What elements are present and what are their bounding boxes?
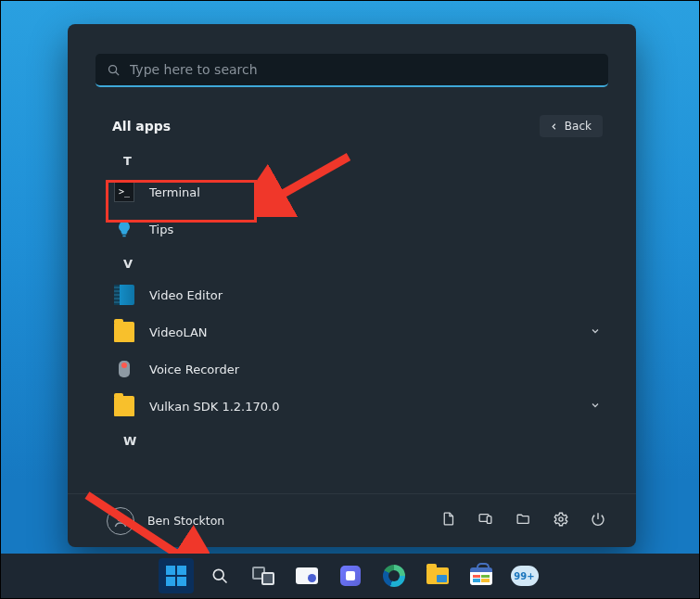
taskbar-search-button[interactable]: [202, 558, 237, 593]
start-menu-panel: All apps Back T >_ Terminal Tips V Video…: [68, 24, 636, 547]
microsoft-store-icon: [470, 567, 492, 585]
apps-list: T >_ Terminal Tips V Video Editor VideoL…: [68, 145, 636, 493]
chevron-down-icon[interactable]: [590, 325, 627, 339]
microsoft-store-button[interactable]: [464, 558, 499, 593]
chevron-down-icon[interactable]: [590, 399, 627, 414]
file-explorer-button[interactable]: [420, 558, 455, 593]
folder-icon: [114, 396, 134, 416]
voice-recorder-icon: [114, 359, 134, 379]
app-label: Terminal: [149, 185, 627, 199]
tips-icon: [114, 219, 134, 239]
svg-line-9: [222, 579, 226, 583]
mail-button[interactable]: 99+: [507, 558, 542, 593]
user-account-button[interactable]: Ben Stockton: [107, 507, 224, 535]
back-button[interactable]: Back: [540, 115, 603, 137]
start-footer: Ben Stockton: [68, 493, 636, 547]
avatar-icon: [107, 507, 134, 535]
search-box[interactable]: [95, 54, 608, 87]
section-letter-w[interactable]: W: [95, 425, 627, 453]
section-letter-t[interactable]: T: [95, 145, 627, 173]
whiteboard-button[interactable]: [289, 558, 325, 593]
app-terminal[interactable]: >_ Terminal: [95, 173, 627, 210]
section-letter-v[interactable]: V: [95, 248, 627, 276]
app-voice-recorder[interactable]: Voice Recorder: [95, 350, 627, 388]
user-name: Ben Stockton: [147, 514, 224, 528]
chat-icon: [340, 566, 361, 586]
svg-point-2: [118, 516, 123, 521]
documents-icon[interactable]: [440, 511, 456, 530]
settings-icon[interactable]: [553, 511, 569, 531]
terminal-icon: >_: [114, 182, 134, 202]
pictures-folder-icon[interactable]: [515, 511, 532, 530]
app-label: Voice Recorder: [149, 363, 627, 376]
app-videolan[interactable]: VideoLAN: [95, 313, 627, 350]
svg-point-5: [559, 516, 563, 520]
search-icon: [107, 63, 121, 77]
start-button[interactable]: [159, 558, 194, 593]
svg-rect-4: [487, 516, 491, 524]
file-explorer-icon: [426, 567, 449, 584]
folder-icon: [114, 322, 134, 342]
all-apps-heading: All apps: [112, 119, 171, 134]
edge-icon: [383, 565, 405, 587]
windows-logo-icon: [166, 566, 186, 586]
app-video-editor[interactable]: Video Editor: [95, 276, 627, 313]
video-editor-icon: [114, 285, 134, 305]
task-view-button[interactable]: [246, 558, 281, 593]
search-input[interactable]: [130, 62, 597, 77]
search-icon: [210, 567, 229, 585]
svg-point-8: [213, 569, 223, 580]
chat-button[interactable]: [333, 558, 368, 593]
app-tips[interactable]: Tips: [95, 210, 627, 248]
power-icon[interactable]: [590, 511, 606, 531]
svg-line-1: [116, 71, 120, 75]
svg-point-0: [109, 65, 117, 72]
app-label: VideoLAN: [149, 325, 575, 339]
whiteboard-icon: [296, 567, 318, 584]
app-label: Video Editor: [149, 288, 627, 302]
back-label: Back: [565, 120, 592, 133]
edge-button[interactable]: [376, 558, 412, 593]
connected-devices-icon[interactable]: [477, 511, 494, 530]
chevron-left-icon: [549, 121, 559, 132]
task-view-icon: [252, 567, 274, 585]
app-vulkan-sdk[interactable]: Vulkan SDK 1.2.170.0: [95, 388, 627, 425]
app-label: Tips: [149, 223, 627, 236]
mail-badge-icon: 99+: [511, 566, 539, 586]
app-label: Vulkan SDK 1.2.170.0: [149, 400, 575, 414]
taskbar: 99+: [1, 554, 699, 598]
